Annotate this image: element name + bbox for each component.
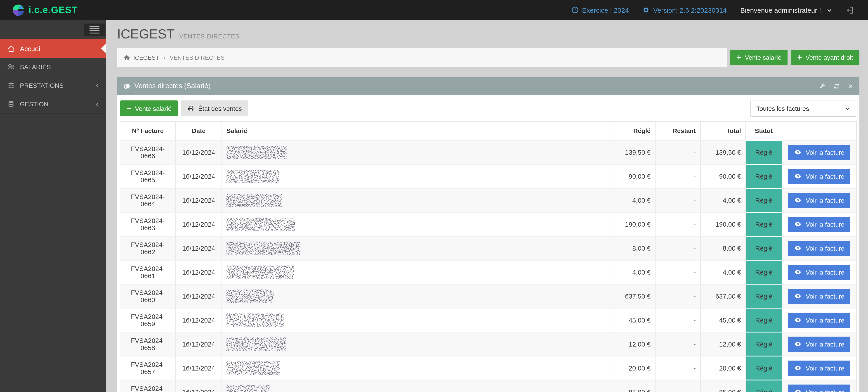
table-row: FVSA2024-0656 16/12/2024 85,00 € - 85,00… bbox=[120, 380, 857, 392]
redacted-salarie-name bbox=[226, 385, 270, 392]
top-bar-right: Exercice : 2024 Version: 2.6.2:20230314 … bbox=[571, 6, 868, 14]
redacted-salarie-name bbox=[226, 265, 294, 279]
breadcrumb-root-link[interactable]: ICEGEST bbox=[133, 54, 159, 61]
invoice-filter-value: Toutes les factures bbox=[756, 105, 809, 112]
cell-regle: 20,00 € bbox=[609, 356, 655, 380]
eye-icon bbox=[794, 220, 802, 228]
column-header-salarie: Salarié bbox=[222, 121, 609, 140]
breadcrumb: ICEGEST › VENTES DIRECTES bbox=[117, 48, 727, 67]
sidebar-top bbox=[0, 20, 106, 39]
redacted-salarie-name bbox=[226, 217, 295, 231]
eye-icon bbox=[794, 244, 802, 252]
table-row: FVSA2024-0659 16/12/2024 45,00 € - 45,00… bbox=[120, 308, 857, 332]
logout-button[interactable] bbox=[846, 6, 855, 14]
sidebar-item-label: SALARIÉS bbox=[20, 63, 51, 70]
view-invoice-label: Voir la facture bbox=[806, 316, 844, 324]
view-invoice-label: Voir la facture bbox=[806, 220, 844, 228]
table-row: FVSA2024-0657 16/12/2024 20,00 € - 20,00… bbox=[120, 356, 857, 380]
eye-icon bbox=[794, 316, 802, 324]
view-invoice-button[interactable]: Voir la facture bbox=[788, 384, 850, 392]
view-invoice-button[interactable]: Voir la facture bbox=[788, 289, 850, 304]
view-invoice-button[interactable]: Voir la facture bbox=[788, 360, 850, 376]
view-invoice-button[interactable]: Voir la facture bbox=[788, 216, 850, 232]
sidebar-item-label: PRESTATIONS bbox=[20, 82, 64, 89]
status-badge: Réglé bbox=[746, 332, 782, 356]
view-invoice-button[interactable]: Voir la facture bbox=[788, 265, 850, 280]
cell-date: 16/12/2024 bbox=[176, 140, 222, 164]
eye-icon bbox=[794, 292, 802, 300]
ventes-panel: Ventes directes (Salarié) bbox=[117, 77, 860, 392]
app-logo[interactable]: i.c.e.GEST bbox=[0, 4, 78, 16]
content-area: ICEGEST VENTES DIRECTES ICEGEST › VENTES… bbox=[106, 20, 868, 392]
exercice-link[interactable]: Exercice : 2024 bbox=[571, 6, 629, 14]
cell-restant: - bbox=[655, 332, 701, 356]
table-body: FVSA2024-0666 16/12/2024 139,50 € - 139,… bbox=[120, 140, 857, 392]
cell-restant: - bbox=[655, 260, 701, 284]
database-icon bbox=[6, 82, 16, 89]
cell-date: 16/12/2024 bbox=[176, 236, 222, 260]
sidebar-item-salaries[interactable]: SALARIÉS bbox=[0, 58, 106, 77]
refresh-icon[interactable] bbox=[833, 83, 840, 89]
table-row: FVSA2024-0658 16/12/2024 12,00 € - 12,00… bbox=[120, 332, 857, 356]
breadcrumb-row: ICEGEST › VENTES DIRECTES + Vente salari… bbox=[117, 48, 860, 67]
home-icon bbox=[6, 44, 16, 52]
eye-icon bbox=[794, 268, 802, 276]
plus-icon: + bbox=[797, 53, 802, 62]
panel-tools bbox=[819, 83, 854, 89]
view-invoice-button[interactable]: Voir la facture bbox=[788, 192, 850, 208]
vente-ayant-droit-button[interactable]: + Vente ayant droit bbox=[791, 50, 860, 65]
chevron-left-icon bbox=[95, 83, 100, 88]
view-invoice-button[interactable]: Voir la facture bbox=[788, 169, 850, 184]
cell-regle: 637,50 € bbox=[609, 284, 655, 308]
gear-icon bbox=[643, 6, 650, 13]
cell-facture: FVSA2024-0659 bbox=[120, 308, 176, 332]
invoice-filter-select[interactable]: Toutes les factures bbox=[750, 100, 856, 117]
column-header-total: Total bbox=[701, 121, 746, 140]
cell-date: 16/12/2024 bbox=[176, 380, 222, 392]
vente-salarie-header-button[interactable]: + Vente salarié bbox=[730, 50, 788, 65]
status-badge: Réglé bbox=[746, 380, 782, 392]
view-invoice-button[interactable]: Voir la facture bbox=[788, 336, 850, 352]
cell-facture: FVSA2024-0663 bbox=[120, 212, 176, 236]
printer-icon bbox=[187, 105, 195, 112]
view-invoice-label: Voir la facture bbox=[806, 244, 844, 252]
cell-facture: FVSA2024-0665 bbox=[120, 164, 176, 188]
version-link[interactable]: Version: 2.6.2:20230314 bbox=[643, 6, 727, 14]
redacted-salarie-name bbox=[226, 193, 282, 207]
status-badge: Réglé bbox=[746, 284, 782, 308]
view-invoice-button[interactable]: Voir la facture bbox=[788, 145, 850, 160]
close-icon[interactable] bbox=[848, 83, 854, 89]
eye-icon bbox=[794, 148, 802, 156]
chevron-left-icon bbox=[95, 101, 100, 107]
redacted-salarie-name bbox=[226, 241, 300, 255]
view-invoice-button[interactable]: Voir la facture bbox=[788, 240, 850, 256]
redacted-salarie-name bbox=[226, 146, 287, 159]
sidebar-item-prestations[interactable]: PRESTATIONS bbox=[0, 77, 106, 95]
eye-icon bbox=[794, 172, 802, 180]
sidebar-item-gestion[interactable]: GESTION bbox=[0, 95, 106, 114]
cell-total: 139,50 € bbox=[701, 140, 746, 164]
cell-regle: 4,00 € bbox=[609, 188, 655, 212]
logo-icon bbox=[12, 4, 24, 16]
user-menu[interactable]: Bienvenue administrateur ! bbox=[740, 6, 832, 14]
view-invoice-label: Voir la facture bbox=[806, 364, 844, 372]
cell-restant: - bbox=[655, 188, 701, 212]
cell-total: 20,00 € bbox=[701, 356, 746, 380]
eye-icon bbox=[794, 197, 802, 204]
vente-salarie-button[interactable]: + Vente salarié bbox=[120, 100, 178, 116]
cell-total: 8,00 € bbox=[701, 236, 746, 260]
cell-total: 637,50 € bbox=[701, 284, 746, 308]
etat-des-ventes-button[interactable]: État des ventes bbox=[181, 100, 248, 116]
cell-regle: 4,00 € bbox=[609, 260, 655, 284]
view-invoice-label: Voir la facture bbox=[806, 269, 844, 276]
page-subtitle: VENTES DIRECTES bbox=[179, 33, 240, 40]
cell-total: 85,00 € bbox=[701, 380, 746, 392]
cell-total: 45,00 € bbox=[701, 308, 746, 332]
view-invoice-button[interactable]: Voir la facture bbox=[788, 312, 850, 328]
wrench-icon[interactable] bbox=[819, 83, 826, 89]
view-invoice-label: Voir la facture bbox=[806, 340, 844, 348]
redacted-salarie-name bbox=[226, 170, 279, 183]
table-row: FVSA2024-0660 16/12/2024 637,50 € - 637,… bbox=[120, 284, 857, 308]
sidebar-item-accueil[interactable]: Accueil bbox=[0, 39, 106, 58]
sidebar-toggle-button[interactable] bbox=[84, 24, 105, 36]
